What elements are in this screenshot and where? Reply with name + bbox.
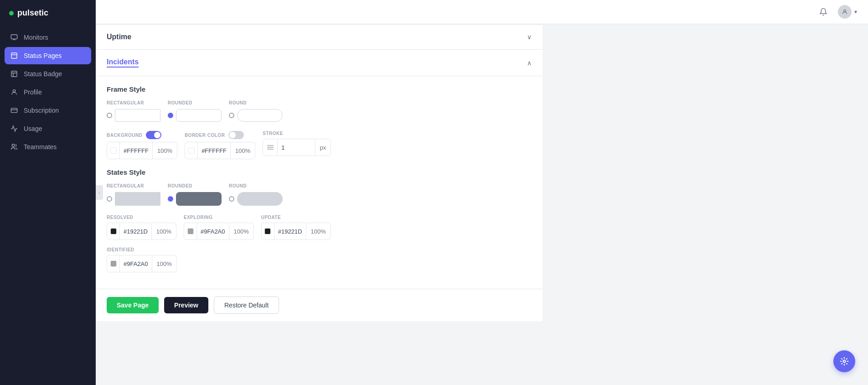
- sidebar-item-usage[interactable]: Usage: [5, 120, 91, 137]
- svg-point-10: [843, 360, 846, 363]
- page-content: Uptime ∨ Incidents ∧ Frame Style RECTANG…: [96, 24, 542, 339]
- status-badge-icon: [10, 70, 18, 78]
- state-round-radio[interactable]: [229, 196, 234, 202]
- sidebar-item-status-badge[interactable]: Status Badge: [5, 65, 91, 83]
- identified-swatch: [107, 255, 120, 272]
- background-toggle[interactable]: [146, 131, 161, 139]
- frame-round-label: ROUND: [229, 100, 247, 105]
- frame-rounded-preview: [168, 109, 222, 122]
- identified-label: IDENTIFIED: [107, 247, 177, 252]
- background-color-value: #FFFFFF: [120, 147, 152, 154]
- update-label: UPDATE: [261, 215, 331, 220]
- resolved-opacity: 100%: [151, 223, 176, 239]
- update-color-input[interactable]: #19221D 100%: [261, 223, 331, 240]
- background-color-swatch: [107, 142, 120, 159]
- sidebar-collapse-button[interactable]: ‹: [96, 185, 103, 200]
- state-rect-radio[interactable]: [107, 196, 112, 202]
- sidebar-item-monitors[interactable]: Monitors: [5, 29, 91, 46]
- update-opacity: 100%: [306, 223, 331, 239]
- frame-rounded-radio[interactable]: [168, 113, 173, 118]
- resolved-label: RESOLVED: [107, 215, 176, 220]
- frame-rounded-label: ROUNDED: [168, 100, 192, 105]
- background-color-input[interactable]: #FFFFFF 100%: [107, 142, 177, 159]
- stroke-input[interactable]: 1 px: [263, 139, 331, 156]
- frame-rectangular-shape: [115, 109, 160, 122]
- frame-option-round[interactable]: ROUND: [229, 100, 283, 122]
- resolved-swatch-box: [110, 228, 117, 234]
- uptime-section-header[interactable]: Uptime ∨: [96, 24, 542, 50]
- sidebar-item-subscription[interactable]: Subscription: [5, 102, 91, 119]
- border-color-toggle[interactable]: [228, 131, 244, 139]
- sidebar-item-status-badge-label: Status Badge: [24, 70, 62, 78]
- frame-round-radio[interactable]: [229, 113, 234, 118]
- fab-button[interactable]: [833, 350, 855, 372]
- uptime-title: Uptime: [107, 33, 131, 41]
- frame-controls-row: BACKGROUND #FFFFFF 100%: [107, 131, 532, 159]
- state-colors-row: RESOLVED #19221D 100% EXPLORING: [107, 215, 532, 240]
- svg-rect-4: [11, 108, 17, 112]
- frame-rectangular-radio[interactable]: [107, 113, 112, 118]
- border-color-control: BORDER COLOR #FFFFFF 100%: [185, 131, 255, 159]
- svg-rect-0: [11, 35, 17, 39]
- sidebar-item-teammates[interactable]: Teammates: [5, 138, 91, 156]
- sidebar: pulsetic Monitors Status Pages Status Ba…: [0, 0, 96, 385]
- frame-rectangular-label: RECTANGULAR: [107, 100, 144, 105]
- sidebar-item-profile-label: Profile: [24, 88, 42, 96]
- exploring-color-input[interactable]: #9FA2A0 100%: [184, 223, 254, 240]
- state-rounded-preview-wrap: [168, 192, 222, 206]
- state-frame-rounded[interactable]: ROUNDED: [168, 183, 222, 206]
- border-color-input[interactable]: #FFFFFF 100%: [185, 142, 255, 159]
- logo: pulsetic: [0, 0, 96, 25]
- state-round-label: ROUND: [229, 183, 247, 188]
- border-color-value: #FFFFFF: [198, 147, 230, 154]
- stroke-unit: px: [315, 139, 331, 156]
- incidents-title: Incidents: [107, 58, 139, 68]
- stroke-label: STROKE: [263, 131, 331, 136]
- stroke-value: 1: [278, 144, 315, 151]
- state-rect-shape: [115, 192, 160, 206]
- teammates-icon: [10, 143, 18, 151]
- identified-opacity: 100%: [152, 255, 176, 272]
- sidebar-item-usage-label: Usage: [24, 125, 42, 132]
- identified-color-group: IDENTIFIED #9FA2A0 100%: [107, 247, 177, 272]
- state-frame-round[interactable]: ROUND: [229, 183, 283, 206]
- border-color-label: BORDER COLOR: [185, 131, 255, 139]
- sidebar-item-status-pages[interactable]: Status Pages: [5, 47, 91, 64]
- stroke-lines-icon: [263, 139, 278, 156]
- incidents-section-header[interactable]: Incidents ∧: [96, 50, 542, 76]
- sidebar-nav: Monitors Status Pages Status Badge Profi…: [0, 25, 96, 385]
- chevron-down-icon: ▾: [854, 9, 857, 15]
- resolved-color-input[interactable]: #19221D 100%: [107, 223, 176, 240]
- subscription-icon: [10, 106, 18, 114]
- update-swatch: [262, 223, 274, 239]
- save-page-button[interactable]: Save Page: [107, 297, 159, 313]
- background-label: BACKGROUND: [107, 131, 177, 139]
- profile-icon: [10, 88, 18, 96]
- update-swatch-box: [264, 228, 271, 234]
- frame-round-shape: [237, 109, 283, 122]
- frame-rounded-shape: [176, 109, 222, 122]
- state-frame-rectangular[interactable]: RECTANGULAR: [107, 183, 160, 206]
- sidebar-item-monitors-label: Monitors: [24, 34, 48, 41]
- frame-style-title: Frame Style: [107, 85, 532, 93]
- identified-color-input[interactable]: #9FA2A0 100%: [107, 255, 177, 272]
- state-rect-label: RECTANGULAR: [107, 183, 144, 188]
- incidents-chevron-icon: ∧: [527, 59, 532, 67]
- update-color-value: #19221D: [274, 228, 306, 235]
- status-pages-icon: [10, 52, 18, 60]
- background-control: BACKGROUND #FFFFFF 100%: [107, 131, 177, 159]
- restore-default-button[interactable]: Restore Default: [214, 297, 279, 314]
- user-avatar-button[interactable]: ▾: [838, 5, 857, 19]
- state-rounded-radio[interactable]: [168, 196, 173, 202]
- frame-option-rectangular[interactable]: RECTANGULAR: [107, 100, 160, 122]
- border-swatch-box: [188, 147, 195, 154]
- identified-color-row: IDENTIFIED #9FA2A0 100%: [107, 247, 532, 272]
- state-round-shape: [237, 192, 283, 206]
- sidebar-item-profile[interactable]: Profile: [5, 83, 91, 101]
- background-opacity-value: 100%: [152, 142, 177, 159]
- bottom-bar: Save Page Preview Restore Default: [96, 289, 542, 321]
- logo-dot: [9, 11, 14, 16]
- notification-bell-button[interactable]: [816, 5, 831, 19]
- frame-option-rounded[interactable]: ROUNDED: [168, 100, 222, 122]
- preview-button[interactable]: Preview: [164, 297, 208, 313]
